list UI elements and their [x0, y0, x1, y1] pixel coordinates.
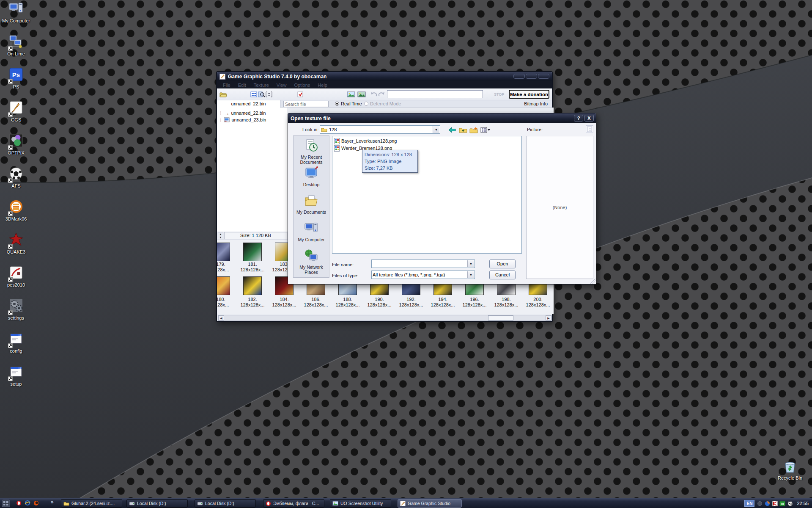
resize-grip[interactable] — [590, 279, 595, 284]
start-button[interactable] — [2, 500, 10, 507]
place-my-recent-documents[interactable]: My Recent Documents — [294, 138, 329, 165]
language-indicator[interactable]: EN — [744, 500, 754, 507]
quick-launch-opera[interactable] — [16, 500, 22, 507]
apply-check-button[interactable] — [296, 91, 305, 98]
dialog-titlebar[interactable]: Open texture file ? X — [288, 113, 596, 123]
files-of-type-combo[interactable]: All texture files (*.bmp, *.png, *.tga) … — [371, 271, 475, 279]
look-in-dropdown-button[interactable]: ▼ — [433, 126, 439, 133]
size-spinner[interactable]: ▲▼ — [218, 232, 223, 239]
texture-thumb-180[interactable] — [217, 276, 230, 295]
place-my-computer[interactable]: My Computer — [294, 221, 329, 242]
detail-view-button[interactable] — [264, 91, 274, 98]
tray-icon-dim[interactable] — [757, 500, 763, 506]
scroll-right-arrow[interactable]: ▶ — [546, 315, 551, 320]
look-in-combo[interactable]: 128 ▼ — [320, 125, 440, 134]
deferred-radio-dot[interactable] — [364, 102, 368, 106]
stop-button[interactable]: STOP — [494, 92, 504, 97]
redo-button[interactable] — [377, 91, 386, 98]
desktop-icon-ggs[interactable]: GGS — [0, 100, 32, 127]
menu-texture[interactable]: Texture — [250, 82, 272, 88]
file-item-bayer-leverkusen128-png[interactable]: Bayer_Leverkusen128.png — [334, 138, 397, 144]
tree-item-unnamed-22-bin[interactable]: ┊→unnamed_22.bin — [219, 110, 266, 116]
back-button[interactable] — [447, 126, 457, 134]
app-titlebar[interactable]: Game Graphic Studio 7.4.0 by obocaman — [217, 72, 552, 81]
new-folder-button[interactable] — [469, 126, 479, 134]
quick-launch-overflow[interactable]: » — [51, 499, 54, 505]
desktop-icon-settings[interactable]: settings — [0, 298, 32, 325]
tray-icon-kaspersky[interactable] — [772, 500, 778, 506]
desktop-icon-label: setup — [0, 381, 32, 387]
texture-thumb-181[interactable] — [243, 243, 262, 261]
export-image-button[interactable] — [346, 91, 356, 98]
tooltip-type: Type: PNG Image — [365, 158, 415, 165]
donate-button[interactable]: Make a donation — [509, 90, 549, 99]
search-input[interactable] — [283, 101, 329, 107]
look-in-value: 128 — [329, 127, 337, 132]
quick-launch-browser[interactable] — [33, 500, 39, 507]
menu-view[interactable]: View — [273, 82, 290, 88]
open-file-button[interactable] — [219, 91, 228, 98]
taskbar-button-gluhar-2-24-serii-iz[interactable]: Gluhar.2.(24.serii.iz.... — [61, 499, 122, 508]
taskbar-button-game-graphic-studio[interactable]: Game Graphic Studio — [398, 499, 462, 508]
place-my-network-places[interactable]: My Network Places — [294, 248, 329, 275]
tray-icon-hi[interactable]: HI — [779, 500, 785, 506]
files-of-type-dropdown-button[interactable]: ▼ — [467, 271, 474, 278]
file-name-combo[interactable]: ▼ — [371, 260, 475, 268]
dialog-help-button[interactable]: ? — [574, 115, 583, 121]
tray-icon-cow[interactable] — [787, 500, 793, 506]
maximize-button[interactable] — [526, 74, 537, 79]
file-name-dropdown-button[interactable]: ▼ — [467, 260, 474, 267]
menu-edit[interactable]: Edit — [235, 82, 250, 88]
open-button[interactable]: Open — [489, 260, 516, 268]
toolbar-filter-input[interactable] — [387, 90, 483, 98]
quick-launch-ie[interactable] — [25, 500, 30, 507]
horizontal-scrollbar[interactable]: ◀ ▶ — [218, 315, 552, 321]
desktop-icon-quake3[interactable]: QUAKE3 — [0, 232, 32, 259]
deferred-radio[interactable]: Deferred Mode — [364, 101, 401, 106]
menu-options[interactable]: Options — [291, 82, 313, 88]
texture-thumb-179[interactable] — [217, 243, 230, 261]
up-folder-button[interactable] — [458, 126, 468, 134]
taskbar-button-local-disk-d[interactable]: Local Disk (D:) — [195, 499, 256, 508]
ie-icon — [25, 500, 30, 506]
dialog-close-button[interactable]: X — [584, 115, 594, 121]
realtime-radio-dot[interactable] — [335, 102, 339, 106]
desktop-icon-pes2010[interactable]: pes2010 — [0, 265, 32, 292]
desktop-icon-label: QUAKE3 — [0, 249, 32, 254]
desktop-icon-afs[interactable]: AFS — [0, 166, 32, 193]
desktop-icon-setup[interactable]: setup — [0, 364, 32, 391]
desktop-icon-recycle-bin[interactable]: Recycle Bin — [769, 458, 811, 485]
import-image-button[interactable] — [357, 91, 366, 98]
picture-preview-button[interactable] — [586, 125, 593, 133]
desktop-icon-optpix[interactable]: OPTPiX — [0, 133, 32, 160]
texture-thumb-label: 186.128x128x... — [301, 297, 331, 308]
realtime-radio[interactable]: Real Time — [335, 101, 362, 106]
close-button[interactable] — [538, 74, 549, 79]
texture-thumb-182[interactable] — [243, 276, 262, 295]
scroll-left-arrow[interactable]: ◀ — [218, 315, 224, 320]
scrollbar-thumb[interactable] — [488, 315, 513, 320]
tree-item-unnamed-23-bin[interactable]: ┊unnamed_23.bin — [219, 116, 266, 123]
desktop-place-icon — [304, 166, 318, 180]
taskbar-button-эмблемы-флаги-с[interactable]: Эмблемы, флаги - С... — [263, 499, 324, 508]
cancel-button[interactable]: Cancel — [489, 271, 516, 279]
desktop-icon-3dmark06[interactable]: 3DMark06 — [0, 199, 32, 226]
view-menu-button[interactable] — [480, 126, 491, 134]
desktop-icon-config[interactable]: config — [0, 331, 32, 358]
taskbar-button-local-disk-d[interactable]: Local Disk (D:) — [126, 499, 188, 508]
place-my-documents[interactable]: My Documents — [294, 193, 329, 215]
menu-help[interactable]: Help — [314, 82, 331, 88]
tray-icon-comodo[interactable] — [764, 500, 770, 506]
taskbar-button-uo-screenshot-utility[interactable]: UO Screenshot Utility — [330, 499, 391, 508]
look-in-label: Look in: — [302, 127, 319, 132]
file-list[interactable]: Bayer_Leverkusen128.pngWerder_Bremen128.… — [332, 136, 522, 254]
desktop[interactable]: My ComputerOn LimePsPSGGSOPTPiXAFS3DMark… — [0, 0, 812, 508]
file-tab[interactable]: unnamed_22.bin — [217, 100, 280, 108]
desktop-icon-ps[interactable]: PsPS — [0, 67, 32, 94]
desktop-icon-on-lime[interactable]: On Lime — [0, 34, 32, 61]
desktop-icon-my-computer[interactable]: My Computer — [0, 1, 32, 28]
place-desktop[interactable]: Desktop — [294, 166, 329, 187]
minimize-button[interactable] — [513, 74, 525, 79]
desktop-icon-label: AFS — [0, 183, 32, 188]
menu-file[interactable]: File — [219, 82, 234, 88]
